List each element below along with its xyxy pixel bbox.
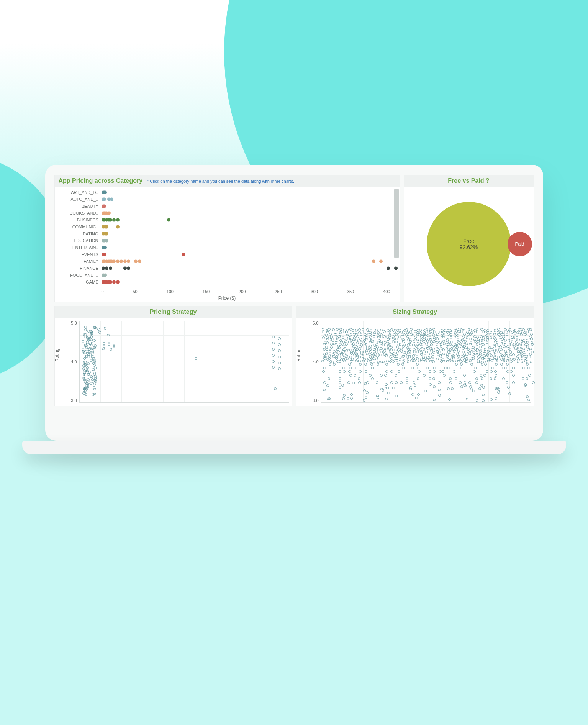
data-point[interactable]: [432, 355, 434, 358]
data-point[interactable]: [370, 329, 372, 331]
data-point[interactable]: [372, 340, 374, 343]
data-point[interactable]: [403, 344, 406, 346]
data-point[interactable]: [405, 328, 408, 331]
data-point[interactable]: [447, 358, 450, 361]
data-point[interactable]: [103, 198, 106, 201]
data-point[interactable]: [463, 333, 466, 336]
data-point[interactable]: [429, 377, 431, 380]
data-point[interactable]: [425, 343, 428, 345]
data-point[interactable]: [358, 377, 360, 380]
data-point[interactable]: [409, 348, 411, 351]
category-label[interactable]: BEAUTY: [59, 204, 102, 208]
data-point[interactable]: [514, 334, 516, 336]
data-point[interactable]: [326, 341, 329, 344]
data-point[interactable]: [438, 394, 441, 397]
data-point[interactable]: [426, 345, 429, 348]
data-point[interactable]: [272, 342, 275, 344]
data-point[interactable]: [387, 392, 390, 394]
data-point[interactable]: [526, 377, 528, 380]
data-point[interactable]: [442, 353, 445, 355]
data-point[interactable]: [509, 353, 512, 356]
data-point[interactable]: [483, 374, 486, 377]
category-label[interactable]: BOOKS_AND..: [59, 211, 102, 215]
data-point[interactable]: [348, 370, 351, 373]
data-point[interactable]: [369, 336, 372, 339]
data-point[interactable]: [520, 348, 522, 351]
data-point[interactable]: [442, 370, 444, 373]
data-point[interactable]: [520, 345, 522, 348]
data-point[interactable]: [339, 370, 341, 373]
data-point[interactable]: [526, 346, 529, 348]
data-point[interactable]: [414, 330, 416, 333]
data-point[interactable]: [395, 353, 398, 356]
data-point[interactable]: [103, 191, 107, 194]
data-point[interactable]: [410, 359, 413, 362]
data-point[interactable]: [90, 338, 93, 341]
data-point[interactable]: [346, 329, 349, 331]
data-point[interactable]: [520, 333, 523, 336]
data-point[interactable]: [522, 348, 525, 350]
data-point[interactable]: [92, 352, 94, 354]
data-point[interactable]: [339, 381, 341, 384]
data-point[interactable]: [510, 370, 513, 373]
data-point[interactable]: [390, 370, 393, 373]
data-point[interactable]: [112, 218, 116, 222]
data-point[interactable]: [398, 336, 401, 338]
data-point[interactable]: [339, 339, 342, 342]
data-point[interactable]: [110, 348, 112, 351]
data-point[interactable]: [474, 367, 477, 369]
data-point[interactable]: [373, 361, 375, 363]
data-point[interactable]: [366, 381, 369, 384]
data-point[interactable]: [82, 340, 84, 343]
data-point[interactable]: [524, 383, 527, 386]
data-point[interactable]: [358, 328, 361, 331]
data-point[interactable]: [529, 328, 532, 331]
data-point[interactable]: [385, 385, 387, 388]
data-point[interactable]: [339, 377, 341, 380]
data-point[interactable]: [403, 333, 406, 336]
data-point[interactable]: [355, 329, 358, 331]
data-point[interactable]: [116, 218, 120, 222]
data-point[interactable]: [420, 351, 423, 354]
data-point[interactable]: [375, 358, 378, 360]
data-point[interactable]: [105, 232, 108, 236]
data-point[interactable]: [339, 386, 341, 389]
data-point[interactable]: [473, 370, 476, 373]
data-point[interactable]: [409, 353, 411, 356]
data-point[interactable]: [399, 343, 401, 346]
data-point[interactable]: [476, 336, 479, 339]
pie-slice-paid[interactable]: Paid: [508, 232, 532, 256]
data-point[interactable]: [526, 339, 528, 342]
data-point[interactable]: [369, 345, 372, 348]
data-point[interactable]: [109, 218, 112, 222]
data-point[interactable]: [429, 338, 432, 341]
data-point[interactable]: [489, 351, 491, 354]
data-point[interactable]: [466, 355, 468, 358]
data-point[interactable]: [278, 349, 281, 352]
category-label[interactable]: ENTERTAIN..: [59, 245, 102, 250]
data-point[interactable]: [497, 356, 500, 358]
data-point[interactable]: [376, 346, 379, 349]
data-point[interactable]: [463, 374, 466, 377]
data-point[interactable]: [505, 352, 508, 355]
data-point[interactable]: [93, 383, 96, 385]
data-point[interactable]: [272, 348, 275, 351]
data-point[interactable]: [436, 345, 438, 348]
data-point[interactable]: [322, 370, 325, 373]
data-point[interactable]: [354, 374, 356, 377]
data-point[interactable]: [325, 334, 328, 336]
data-point[interactable]: [433, 370, 436, 373]
data-point[interactable]: [521, 357, 523, 360]
data-point[interactable]: [372, 260, 375, 263]
data-point[interactable]: [386, 360, 389, 362]
data-point[interactable]: [509, 341, 512, 344]
data-point[interactable]: [475, 377, 478, 380]
data-point[interactable]: [476, 343, 478, 346]
data-point[interactable]: [326, 348, 328, 351]
data-point[interactable]: [456, 334, 459, 337]
data-point[interactable]: [110, 198, 113, 201]
data-point[interactable]: [380, 374, 383, 377]
data-point[interactable]: [388, 334, 391, 336]
data-point[interactable]: [116, 225, 120, 229]
data-point[interactable]: [370, 360, 372, 363]
